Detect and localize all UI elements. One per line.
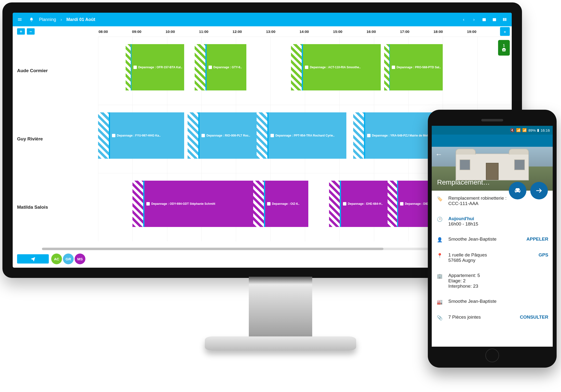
today-button[interactable] bbox=[480, 15, 488, 24]
hour-label: 08:00 bbox=[98, 30, 131, 34]
hour-label: 17:00 bbox=[399, 30, 433, 34]
hour-label: 19:00 bbox=[467, 30, 500, 34]
task-label: Depannage : EHE-684-H.. bbox=[348, 202, 383, 205]
task-type-icon bbox=[112, 134, 115, 137]
factory-icon: 🏭 bbox=[436, 299, 443, 305]
paperclip-icon: 📎 bbox=[436, 315, 443, 321]
task-block[interactable]: Depannage : OFR-157-BTA Kal.. bbox=[126, 44, 184, 90]
attachments-text: 7 Pièces jointes bbox=[448, 315, 515, 321]
clock-icon: 🕑 bbox=[436, 216, 443, 227]
row-person-name: Guy Rivière bbox=[13, 105, 98, 173]
plane-button[interactable] bbox=[17, 254, 49, 264]
drive-fab[interactable] bbox=[509, 182, 526, 199]
contact-name: Smoothe Jean-Baptiste bbox=[448, 236, 521, 243]
hour-label: 10:00 bbox=[165, 30, 199, 34]
task-block[interactable]: Depannage : ODY-694-GDT Stéphanie Schmit… bbox=[132, 181, 253, 227]
hour-label: 16:00 bbox=[366, 30, 399, 34]
task-hatch bbox=[195, 44, 205, 90]
detail-when: 🕑 Aujourd'hui 16h00 - 18h15 bbox=[432, 211, 553, 232]
task-type-icon bbox=[392, 65, 395, 69]
status-time: 16:16 bbox=[540, 128, 550, 132]
task-block[interactable]: Depannage : ACT-110-RIA Smoothe.. bbox=[291, 44, 380, 90]
extra-floor: Etage: 2 bbox=[448, 278, 548, 284]
consult-button[interactable]: CONSULTER bbox=[520, 315, 548, 321]
appbar bbox=[432, 135, 553, 147]
task-type-icon bbox=[202, 134, 205, 137]
task-block[interactable]: Depannage : FYU-987-HHG Ka.. bbox=[98, 112, 184, 159]
footer: ACGRMS bbox=[17, 254, 85, 264]
statusbar: 🔇 📶 📶 89% ▮ 16:16 bbox=[432, 126, 553, 135]
task-block[interactable]: Depannage : RIO-008-PLT Roc.. bbox=[188, 112, 257, 159]
task-block[interactable]: Depannage : OIZ-6.. bbox=[253, 181, 308, 227]
tag-icon: 🏷️ bbox=[436, 196, 443, 206]
row-person-name: Matilda Salois bbox=[13, 173, 98, 241]
task-block[interactable]: Depannage : EHE-684-H.. bbox=[329, 181, 388, 227]
hour-label: 15:00 bbox=[333, 30, 366, 34]
phone-frame: 🔇 📶 📶 89% ▮ 16:16 ← Remplacement… bbox=[428, 110, 557, 368]
task-hatch bbox=[126, 44, 131, 90]
task-type-icon bbox=[209, 65, 212, 69]
zoom-out-button[interactable]: – bbox=[27, 28, 35, 35]
task-block[interactable]: Depannage : GTY-8.. bbox=[195, 44, 246, 90]
when-time: 16h00 - 18h15 bbox=[448, 221, 548, 227]
task-type-icon bbox=[367, 134, 370, 137]
back-button[interactable]: ← bbox=[435, 150, 442, 159]
row-person-name: Aude Cormier bbox=[13, 37, 98, 105]
view-columns-button[interactable] bbox=[500, 15, 509, 24]
svg-rect-0 bbox=[483, 18, 486, 21]
phone-screen: 🔇 📶 📶 89% ▮ 16:16 ← Remplacement… bbox=[432, 126, 553, 347]
task-label: Depannage : PRO-568-PTD Sal.. bbox=[397, 65, 441, 69]
hour-label: 13:00 bbox=[266, 30, 299, 34]
battery-icon: ▮ bbox=[537, 128, 539, 132]
next-fab[interactable] bbox=[530, 182, 548, 199]
task-hatch bbox=[188, 112, 198, 159]
chevron-right-icon: › bbox=[61, 17, 62, 22]
zoom-in-button[interactable]: + bbox=[17, 28, 25, 35]
gps-button[interactable]: GPS bbox=[539, 252, 548, 263]
extra-apt: Appartement: 5 bbox=[448, 273, 548, 278]
task-hatch bbox=[388, 181, 397, 227]
hour-label: 14:00 bbox=[299, 30, 333, 34]
address-line1: 1 ruelle de Pâques bbox=[448, 252, 534, 258]
task-type-icon bbox=[343, 202, 346, 205]
person-icon: 👤 bbox=[436, 236, 443, 243]
svg-rect-2 bbox=[493, 18, 496, 19]
next-day-button[interactable]: › bbox=[470, 15, 478, 24]
menu-icon[interactable] bbox=[16, 15, 24, 24]
signal-icon: 📶 bbox=[522, 128, 527, 132]
prev-day-button[interactable]: ‹ bbox=[460, 15, 468, 24]
task-label: Depannage : ODY-694-GDT Stéphanie Schmit… bbox=[151, 202, 215, 205]
task-block[interactable]: Depannage : PPT-954-TRA Rochard Cyrie.. bbox=[257, 112, 346, 159]
pin-icon: 📍 bbox=[436, 252, 443, 263]
topbar: Planning › Mardi 01 Août ‹ › bbox=[13, 13, 512, 26]
task-label: Depannage : PPT-954-TRA Rochard Cyrie.. bbox=[275, 134, 334, 137]
hero-title: Remplacement… bbox=[437, 179, 490, 186]
detail-contact: 👤 Smoothe Jean-Baptiste APPELER bbox=[432, 232, 553, 247]
avatar-chip[interactable]: GR bbox=[63, 254, 74, 264]
calendar-button[interactable] bbox=[490, 15, 498, 24]
tag-line2: CCC-111-AAA bbox=[448, 201, 548, 206]
call-button[interactable]: APPELER bbox=[526, 236, 548, 243]
task-label: Depannage : YRA-548-PZJ Mairie de Metz bbox=[372, 134, 430, 137]
basket-badge[interactable]: 1 bbox=[498, 40, 510, 56]
avatar-chip[interactable]: MS bbox=[75, 254, 85, 264]
task-type-icon bbox=[270, 134, 274, 137]
breadcrumb-date: Mardi 01 Août bbox=[66, 17, 95, 22]
bell-icon[interactable] bbox=[27, 15, 36, 24]
avatar-chip[interactable]: AC bbox=[51, 254, 62, 264]
detail-company: 🏭 Smoothe Jean-Baptiste bbox=[432, 294, 553, 310]
collapse-sidebar-button[interactable]: « bbox=[500, 27, 510, 36]
hour-label: 12:00 bbox=[232, 30, 265, 34]
hour-label: 11:00 bbox=[199, 30, 232, 34]
task-type-icon bbox=[146, 202, 150, 205]
task-hatch bbox=[257, 112, 267, 159]
breadcrumb: Planning › Mardi 01 Août bbox=[39, 17, 95, 22]
breadcrumb-section[interactable]: Planning bbox=[39, 17, 56, 22]
task-type-icon bbox=[267, 202, 270, 205]
hour-label: 09:00 bbox=[131, 30, 165, 34]
task-hatch bbox=[253, 181, 264, 227]
task-block[interactable]: Depannage : PRO-568-PTD Sal.. bbox=[384, 44, 443, 90]
task-type-icon bbox=[400, 202, 403, 205]
timeline-header: + – 08:0009:0010:0011:0012:0013:0014:001… bbox=[13, 26, 512, 37]
detail-address: 📍 1 ruelle de Pâques 57685 Augny GPS bbox=[432, 247, 553, 268]
